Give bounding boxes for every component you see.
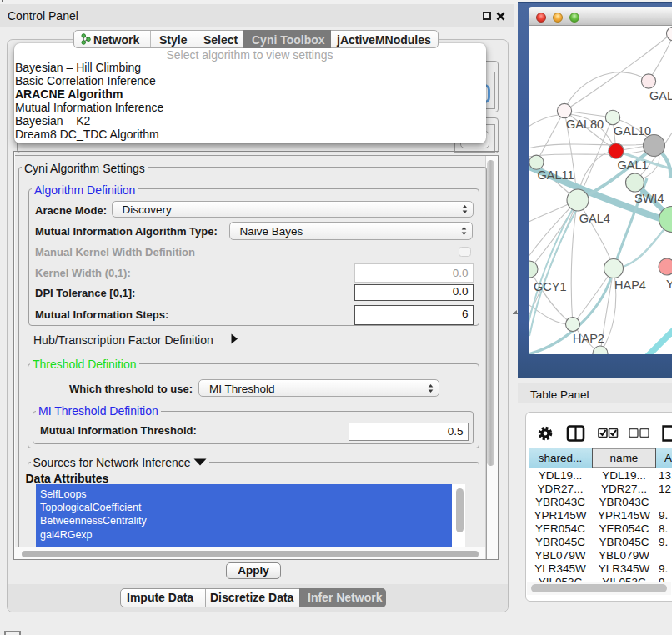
svg-text:GAL80: GAL80	[566, 118, 604, 131]
svg-text:SWI4: SWI4	[634, 192, 664, 205]
svg-text:GAL1: GAL1	[618, 158, 649, 172]
svg-text:GAL4: GAL4	[579, 212, 610, 225]
svg-text:GAL10: GAL10	[614, 124, 651, 138]
svg-text:HAP4: HAP4	[614, 278, 646, 292]
svg-text:GAL11: GAL11	[538, 168, 574, 182]
svg-text:GCY1: GCY1	[534, 280, 567, 293]
svg-text:HAP2: HAP2	[573, 332, 604, 345]
svg-text:Y: Y	[666, 278, 672, 291]
svg-text:GAL7: GAL7	[649, 89, 672, 102]
